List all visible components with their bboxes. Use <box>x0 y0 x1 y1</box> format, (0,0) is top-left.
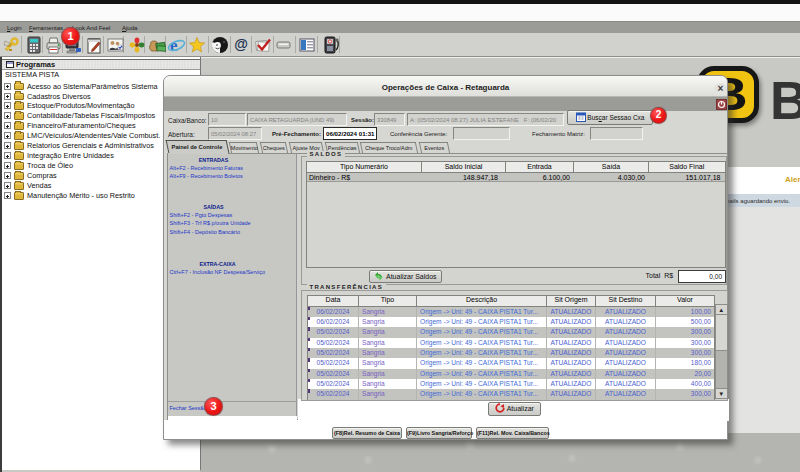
svg-text:e: e <box>170 36 178 55</box>
